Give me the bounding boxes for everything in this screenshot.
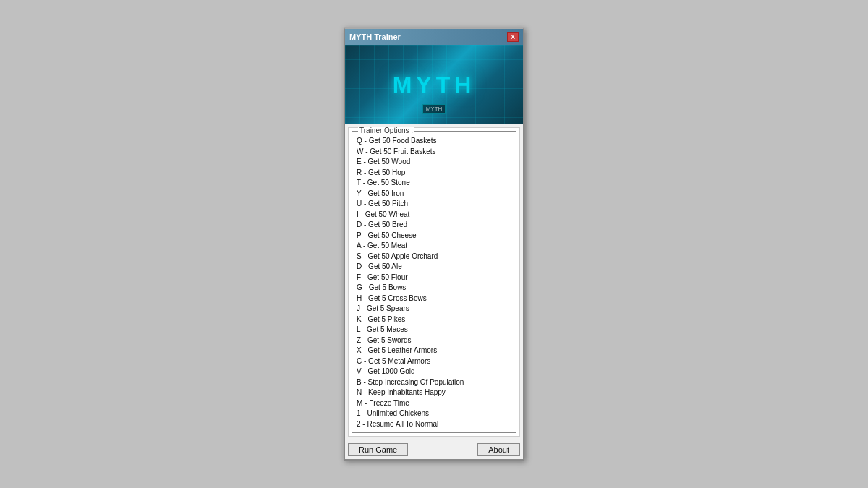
list-item: D - Get 50 Bred	[357, 220, 511, 231]
list-item: N - Keep Inhabitants Happy	[357, 388, 511, 398]
list-item: T - Get 50 Stone	[357, 178, 511, 189]
list-item: U - Get 50 Pitch	[357, 199, 511, 210]
list-item: J - Get 5 Spears	[357, 304, 511, 314]
about-button[interactable]: About	[477, 443, 520, 456]
title-bar: MYTH Trainer X	[345, 29, 523, 45]
list-item: W - Get 50 Fruit Baskets	[357, 147, 511, 158]
list-item: E - Get 50 Wood	[357, 157, 511, 168]
window-title: MYTH Trainer	[349, 33, 401, 41]
main-window: MYTH Trainer X MYTH MYTH Trainer Options…	[344, 27, 524, 461]
list-item: I - Get 50 Wheat	[357, 210, 511, 221]
list-item: B - Stop Increasing Of Population	[357, 377, 511, 388]
list-item: X - Get 5 Leather Armors	[357, 346, 511, 356]
list-item: K - Get 5 Pikes	[357, 314, 511, 325]
content-area: Trainer Options : Q - Get 50 Food Basket…	[348, 127, 520, 437]
banner: MYTH MYTH	[345, 45, 523, 124]
list-item: Y - Get 50 Iron	[357, 189, 511, 200]
list-item: D - Get 50 Ale	[357, 262, 511, 273]
list-item: A - Get 50 Meat	[357, 241, 511, 252]
list-item: H - Get 5 Cross Bows	[357, 294, 511, 304]
list-item: M - Freeze Time	[357, 398, 511, 409]
group-box: Trainer Options : Q - Get 50 Food Basket…	[352, 131, 516, 433]
options-list: Q - Get 50 Food BasketsW - Get 50 Fruit …	[357, 136, 511, 429]
close-button[interactable]: X	[507, 32, 519, 42]
list-item: C - Get 5 Metal Armors	[357, 356, 511, 367]
banner-subtitle: MYTH	[422, 104, 446, 114]
footer: Run Game About	[345, 440, 523, 459]
group-label: Trainer Options :	[358, 127, 414, 134]
list-item: F - Get 50 Flour	[357, 273, 511, 283]
list-item: R - Get 50 Hop	[357, 168, 511, 179]
list-item: Q - Get 50 Food Baskets	[357, 136, 511, 147]
run-game-button[interactable]: Run Game	[348, 443, 408, 456]
list-item: S - Get 50 Apple Orchard	[357, 252, 511, 262]
list-item: G - Get 5 Bows	[357, 283, 511, 294]
list-item: L - Get 5 Maces	[357, 325, 511, 335]
banner-title: MYTH	[393, 72, 476, 98]
list-item: 2 - Resume All To Normal	[357, 419, 511, 430]
list-item: Z - Get 5 Swords	[357, 335, 511, 346]
list-item: P - Get 50 Cheese	[357, 231, 511, 241]
list-item: V - Get 1000 Gold	[357, 367, 511, 377]
list-item: 1 - Unlimited Chickens	[357, 408, 511, 419]
